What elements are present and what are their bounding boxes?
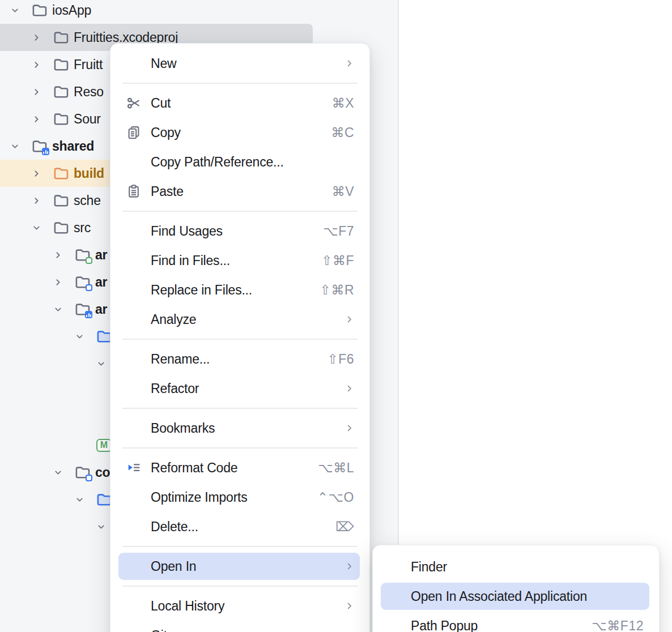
menu-item-new[interactable]: New — [110, 49, 369, 78]
menu-item-label: Paste — [151, 184, 184, 199]
menu-icon-slot — [126, 421, 141, 435]
chevron-right-icon[interactable] — [32, 51, 41, 78]
menu-item-cut[interactable]: Cut⌘X — [110, 88, 369, 118]
menu-icon-slot — [126, 224, 141, 238]
menu-item-shortcut: ⇧⌘R — [320, 283, 354, 298]
menu-item-find-usages[interactable]: Find Usages⌥F7 — [110, 216, 369, 246]
menu-item-label: Local History — [151, 599, 224, 614]
menu-item-finder[interactable]: Finder — [373, 552, 659, 582]
menu-item-replace-in-files[interactable]: Replace in Files...⇧⌘R — [110, 275, 369, 305]
tree-item-label: ar — [95, 275, 107, 290]
chevron-down-icon[interactable] — [10, 133, 20, 160]
menu-item-shortcut: ⌥F7 — [323, 224, 354, 239]
chevron-right-icon[interactable] — [32, 24, 41, 51]
folder-icon — [53, 220, 69, 235]
menu-icon-slot — [126, 312, 141, 327]
menu-icon-slot — [126, 490, 141, 505]
chevron-down-icon[interactable] — [75, 486, 84, 513]
menu-item-shortcut: ⇧F6 — [327, 352, 354, 367]
chevron-right-icon[interactable] — [32, 187, 41, 214]
menu-item-open-in-associated-application[interactable]: Open In Associated Application — [373, 582, 659, 611]
menu-item-label: Cut — [151, 96, 171, 111]
menu-item-label: Find Usages — [151, 224, 223, 239]
menu-item-git[interactable]: Git — [110, 621, 369, 632]
menu-icon-slot — [126, 559, 141, 574]
chevron-down-icon[interactable] — [53, 296, 63, 323]
open-in-submenu: FinderOpen In Associated ApplicationPath… — [372, 545, 660, 632]
folder-module-icon — [75, 465, 91, 480]
menu-item-optimize-imports[interactable]: Optimize Imports⌃⌥O — [110, 482, 369, 512]
chevron-right-icon[interactable] — [32, 160, 41, 187]
menu-item-copy-path-reference[interactable]: Copy Path/Reference... — [110, 147, 369, 177]
tree-item-label: Reso — [74, 84, 104, 100]
submenu-arrow-icon — [345, 59, 354, 68]
folder-shared-module-icon — [75, 302, 91, 317]
menu-item-label: Copy Path/Reference... — [151, 155, 284, 170]
context-menu: NewCut⌘XCopy⌘CCopy Path/Reference...Past… — [110, 43, 370, 632]
chevron-right-icon[interactable] — [53, 268, 63, 296]
chevron-right-icon[interactable] — [53, 241, 63, 268]
menu-icon-slot — [126, 155, 141, 169]
chevron-down-icon[interactable] — [96, 513, 106, 540]
menu-icon-slot — [126, 352, 141, 366]
menu-item-analyze[interactable]: Analyze — [110, 305, 369, 334]
tree-row-iosapp[interactable]: iosApp — [0, 0, 398, 24]
menu-item-copy[interactable]: Copy⌘C — [110, 118, 369, 147]
folder-icon — [53, 57, 69, 72]
menu-item-path-popup[interactable]: Path Popup⌥⌘F12 — [373, 611, 659, 632]
menu-item-find-in-files[interactable]: Find in Files...⇧⌘F — [110, 246, 369, 275]
tree-item-label: shared — [52, 139, 94, 154]
submenu-arrow-icon — [345, 424, 354, 433]
menu-item-local-history[interactable]: Local History — [110, 591, 369, 621]
menu-icon-slot — [126, 519, 141, 534]
folder-icon — [53, 30, 69, 45]
chevron-down-icon[interactable] — [32, 214, 41, 241]
menu-separator — [110, 443, 369, 453]
folder-icon — [53, 193, 69, 208]
tree-item-label: src — [74, 220, 91, 236]
menu-item-label: Copy — [151, 125, 181, 140]
menu-icon-slot — [126, 381, 141, 396]
menu-item-label: Rename... — [151, 352, 210, 367]
app-window: iosAppFruitties.xcodeprojFruittResoSours… — [0, 0, 672, 632]
menu-icon-slot — [126, 56, 141, 71]
menu-item-label: Replace in Files... — [151, 283, 252, 298]
paste-icon — [126, 184, 141, 199]
menu-item-label: Path Popup — [411, 618, 478, 632]
menu-icon-slot — [126, 599, 141, 613]
editor-area[interactable] — [399, 0, 672, 632]
menu-item-reformat-code[interactable]: Reformat Code⌥⌘L — [110, 453, 369, 482]
menu-item-paste[interactable]: Paste⌘V — [110, 177, 369, 206]
menu-item-label: Analyze — [151, 312, 196, 327]
folder-shared-module-icon — [32, 139, 48, 153]
menu-item-refactor[interactable]: Refactor — [110, 374, 369, 403]
menu-item-bookmarks[interactable]: Bookmarks — [110, 413, 369, 443]
menu-item-open-in[interactable]: Open In — [110, 552, 369, 581]
tree-item-label: co — [95, 465, 110, 480]
menu-separator — [110, 403, 369, 413]
chevron-down-icon[interactable] — [53, 459, 63, 486]
menu-item-label: Open In Associated Application — [411, 589, 587, 604]
copy-icon — [126, 125, 141, 140]
menu-item-shortcut: ⇧⌘F — [321, 253, 354, 268]
menu-item-rename[interactable]: Rename...⇧F6 — [110, 344, 369, 374]
folder-module-icon — [75, 275, 91, 289]
menu-item-label: Refactor — [151, 381, 199, 396]
submenu-arrow-icon — [345, 601, 354, 610]
menu-icon-slot — [126, 628, 141, 632]
folder-icon — [53, 112, 69, 126]
submenu-arrow-icon — [345, 315, 354, 324]
menu-separator — [110, 206, 369, 216]
menu-item-delete[interactable]: Delete...⌦ — [110, 512, 369, 541]
menu-item-label: Delete... — [151, 519, 198, 535]
menu-item-shortcut: ⌥⌘F12 — [592, 618, 644, 632]
chevron-right-icon[interactable] — [32, 105, 41, 133]
chevron-down-icon[interactable] — [75, 323, 84, 350]
chevron-down-icon[interactable] — [96, 350, 106, 377]
cut-icon — [126, 96, 141, 110]
chevron-right-icon[interactable] — [32, 78, 41, 105]
chevron-down-icon[interactable] — [10, 0, 20, 24]
menu-item-label: Git — [151, 628, 167, 632]
folder-icon — [32, 3, 48, 18]
menu-item-label: Bookmarks — [151, 421, 215, 436]
